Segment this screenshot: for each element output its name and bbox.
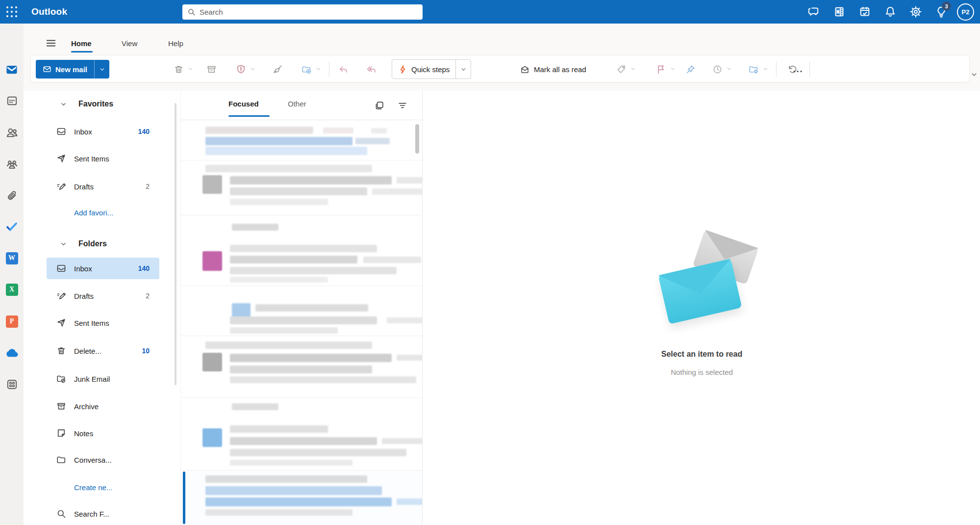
calendar-icon [6, 95, 18, 107]
tab-view[interactable]: View [122, 39, 137, 48]
reading-pane: Select an item to read Nothing is select… [424, 91, 980, 525]
quick-steps-label: Quick steps [411, 65, 450, 74]
rail-item-files[interactable] [0, 184, 24, 207]
snooze-dropdown-chevron[interactable] [726, 66, 733, 73]
chat-button[interactable] [801, 0, 827, 24]
my-day-button[interactable] [852, 0, 878, 24]
rules-button[interactable] [746, 61, 761, 77]
email-list-item[interactable] [181, 336, 422, 397]
section-header-folders[interactable]: Folders [24, 234, 171, 254]
email-list-item[interactable] [181, 470, 422, 525]
folder-label: Sent Items [74, 155, 109, 163]
sidebar-item-sent-items[interactable]: Sent Items [47, 312, 159, 334]
quick-steps-dropdown[interactable] [456, 66, 471, 73]
email-list-item[interactable] [181, 121, 422, 160]
sidebar-item-add-favori[interactable]: Add favori... [47, 202, 159, 223]
sidebar-item-drafts[interactable]: Drafts2 [47, 285, 159, 307]
rules-dropdown-chevron[interactable] [762, 66, 769, 73]
folder-label: Add favori... [74, 209, 113, 217]
snooze-button[interactable] [709, 61, 725, 77]
rail-item-excel[interactable]: X [0, 278, 24, 301]
tag-dropdown-chevron[interactable] [630, 66, 637, 73]
sidebar-item-search-f[interactable]: Search F... [47, 503, 159, 525]
rail-item-people[interactable] [0, 121, 24, 144]
sidebar-item-create-ne[interactable]: Create ne... [47, 476, 159, 498]
flag-dropdown-chevron[interactable] [670, 66, 677, 73]
sidebar-item-archive[interactable]: Archive [47, 395, 159, 417]
section-title: Favorites [78, 100, 113, 108]
sidebar-item-notes[interactable]: Notes [47, 422, 159, 444]
empty-state-subtitle: Nothing is selected [424, 368, 980, 376]
move-to-button[interactable] [299, 61, 314, 77]
tag-button[interactable] [613, 61, 629, 77]
tab-focused[interactable]: Focused [228, 100, 259, 108]
new-mail-dropdown[interactable] [95, 60, 109, 79]
mail-open-icon [520, 65, 529, 74]
rail-item-word[interactable]: W [0, 246, 24, 270]
report-dropdown-chevron[interactable] [250, 66, 256, 73]
app-rail: WXP [0, 24, 24, 525]
tab-other[interactable]: Other [288, 100, 306, 108]
pin-button[interactable] [682, 61, 698, 77]
email-list-item[interactable] [181, 160, 422, 215]
sidebar-item-drafts[interactable]: Drafts2 [47, 176, 159, 197]
collapse-ribbon-chevron[interactable] [970, 71, 978, 79]
rail-item-to-do[interactable] [0, 215, 24, 238]
report-button[interactable] [233, 61, 249, 77]
flag-button[interactable] [653, 61, 669, 77]
rail-item-powerpoint[interactable]: P [0, 310, 24, 333]
tab-help[interactable]: Help [168, 39, 183, 48]
sweep-button[interactable] [270, 61, 285, 77]
hamburger-menu-button[interactable] [42, 34, 60, 52]
folder-label: Junk Email [74, 375, 110, 383]
more-options-button[interactable]: ... [788, 61, 808, 77]
select-all-button[interactable] [373, 99, 386, 112]
email-list-item[interactable] [181, 215, 422, 286]
archive-button[interactable] [203, 61, 219, 77]
onenote-feed-button[interactable] [827, 0, 852, 24]
sidebar-item-inbox[interactable]: Inbox140 [47, 258, 159, 279]
section-header-favorites[interactable]: Favorites [24, 94, 171, 114]
rail-item-groups[interactable] [0, 153, 24, 176]
sidebar-item-inbox[interactable]: Inbox140 [47, 121, 159, 142]
email-list-item[interactable] [181, 286, 422, 336]
delete-dropdown-chevron[interactable] [187, 66, 194, 73]
rail-item-mail[interactable] [0, 58, 24, 81]
app-launcher-button[interactable] [0, 0, 24, 24]
folder-label: Notes [74, 429, 93, 438]
envelope-icon [43, 65, 51, 74]
folder-pane-scrollbar[interactable] [175, 103, 176, 385]
message-list-scrollbar[interactable] [415, 124, 419, 154]
delete-button[interactable] [171, 61, 186, 77]
settings-button[interactable] [903, 0, 929, 24]
powerpoint-icon: P [6, 315, 18, 328]
redacted-text-block [230, 277, 328, 283]
email-list-item[interactable] [181, 397, 422, 470]
redacted-text-block [255, 304, 368, 312]
search-input[interactable] [200, 8, 405, 16]
sidebar-item-junk-email[interactable]: Junk Email [47, 368, 159, 390]
reply-all-button[interactable] [363, 61, 379, 77]
redacted-text-block [372, 188, 422, 195]
search-bar[interactable] [182, 4, 423, 20]
reply-icon [338, 64, 349, 75]
sidebar-item-conversa[interactable]: Conversa... [47, 449, 159, 471]
rail-item-more-apps[interactable] [0, 372, 24, 396]
account-avatar[interactable]: P2 [957, 3, 974, 21]
new-mail-button[interactable]: New mail [36, 60, 109, 79]
tips-button[interactable]: 3 [929, 0, 954, 24]
sidebar-item-delete[interactable]: Delete...10 [47, 340, 159, 362]
move-to-dropdown-chevron[interactable] [315, 66, 322, 73]
filter-button[interactable] [396, 99, 409, 112]
redacted-text-block [232, 303, 251, 318]
notifications-button[interactable] [878, 0, 903, 24]
tab-home[interactable]: Home [71, 39, 92, 48]
mark-all-as-read-button[interactable]: Mark all as read [516, 60, 590, 78]
app-launcher-icon [6, 6, 18, 18]
reply-button[interactable] [335, 61, 351, 77]
rail-item-onedrive[interactable] [0, 341, 24, 365]
sidebar-item-sent-items[interactable]: Sent Items [47, 148, 159, 169]
focused-tab-underline [228, 115, 270, 117]
quick-steps-button[interactable]: Quick steps [392, 59, 471, 79]
rail-item-calendar[interactable] [0, 89, 24, 112]
